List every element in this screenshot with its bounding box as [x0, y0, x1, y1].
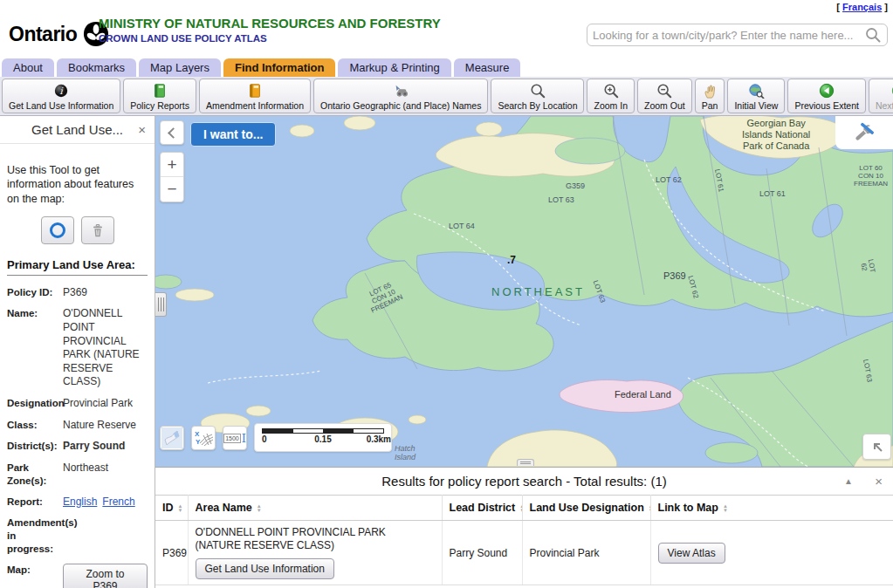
collapse-results-icon[interactable]: ▲	[844, 468, 853, 495]
column-area-name[interactable]: Area Name▲▼	[188, 496, 442, 521]
tab-markup-printing[interactable]: Markup & Printing	[338, 58, 450, 77]
column-lead-district[interactable]: Lead District▲▼	[442, 496, 522, 521]
northwest-arrow-button[interactable]	[862, 434, 891, 460]
get-land-use-information-button[interactable]: i Get Land Use Information	[2, 79, 120, 113]
tab-bookmarks[interactable]: Bookmarks	[57, 58, 136, 77]
map-zoom-in-button[interactable]: +	[161, 153, 183, 177]
land-use-fields: Policy ID:P369 Name:O'DONNELL POINT PROV…	[0, 286, 155, 588]
zoom-to-policy-button[interactable]: Zoom to P369	[63, 564, 148, 588]
tab-measure[interactable]: Measure	[454, 58, 521, 77]
place-search	[587, 24, 888, 46]
field-label: Class:	[7, 419, 63, 433]
map-scale-button[interactable]: 1500 I	[223, 426, 247, 450]
button-label: Zoom Out	[644, 100, 685, 111]
field-label: Map:	[7, 564, 63, 588]
view-atlas-button[interactable]: View Atlas	[658, 543, 725, 564]
field-value	[63, 516, 148, 556]
field-class: Class:Nature Reserve	[7, 419, 148, 433]
magnifier-icon	[530, 82, 546, 99]
cell-lead-district: Parry Sound	[442, 521, 522, 585]
i-want-to-button[interactable]: I want to...	[190, 122, 276, 147]
sidebar-collapse-handle[interactable]	[155, 292, 167, 317]
initial-view-button[interactable]: Initial View	[727, 79, 785, 113]
field-label: Name:	[7, 307, 63, 389]
field-value: Provincial Park	[63, 397, 148, 411]
panel-title: Get Land Use...	[31, 122, 123, 137]
xy-grid-icon: XY	[193, 427, 214, 448]
field-value: Northeast	[63, 462, 148, 488]
button-label: Pan	[702, 100, 718, 111]
field-label: Report:	[7, 496, 63, 509]
field-value: P369	[63, 286, 148, 300]
field-policy-id: Policy ID:P369	[7, 286, 148, 300]
collapse-panel-button[interactable]	[160, 120, 184, 145]
previous-extent-button[interactable]: Previous Extent	[787, 79, 866, 113]
federal-land-island	[560, 380, 683, 413]
overview-map-icon	[161, 427, 182, 448]
grip-icon	[158, 297, 164, 311]
map-zoom-out-button[interactable]: −	[161, 177, 183, 202]
magnifier-plus-icon	[603, 82, 619, 99]
chevron-left-icon	[168, 127, 179, 139]
language-switch: [ Français ]	[836, 2, 888, 12]
tab-map-layers[interactable]: Map Layers	[139, 58, 221, 77]
app-titles: MINISTRY OF NATURAL RESOURCES AND FOREST…	[99, 16, 441, 44]
cell-link-to-map: View Atlas	[650, 521, 893, 585]
results-drag-handle[interactable]	[517, 459, 534, 466]
zoom-in-button[interactable]: Zoom In	[587, 79, 635, 113]
map-canvas[interactable]: Georgian Bay Islands National Park of Ca…	[155, 116, 893, 467]
magnifier-minus-icon	[656, 82, 672, 99]
policy-reports-button[interactable]: Policy Reports	[123, 79, 196, 113]
app-header: [ Français ] Ontario MINISTRY OF NATURAL…	[0, 0, 893, 58]
bracket: ]	[882, 2, 888, 12]
close-results-icon[interactable]: ×	[875, 468, 883, 495]
button-label: Zoom In	[594, 100, 628, 111]
circle-select-button[interactable]	[41, 216, 74, 244]
xy-coordinates-button[interactable]: XY	[191, 426, 216, 450]
search-icon[interactable]	[864, 26, 882, 44]
field-value: Nature Reserve	[63, 419, 148, 433]
tab-about[interactable]: About	[2, 58, 54, 77]
report-french-link[interactable]: French	[102, 496, 134, 508]
amendment-information-button[interactable]: Amendment Information	[199, 79, 311, 113]
map-tools-button[interactable]	[835, 116, 893, 149]
francais-link[interactable]: Français	[842, 2, 882, 12]
button-label: Previous Extent	[794, 100, 859, 111]
scale-end: 0.3km	[367, 434, 391, 444]
next-extent-button[interactable]: Next Extent	[869, 79, 893, 113]
wrench-screwdriver-icon	[853, 122, 876, 143]
ontario-logo: Ontario	[9, 21, 110, 47]
atlas-subtitle: CROWN LAND USE POLICY ATLAS	[99, 33, 441, 44]
column-id[interactable]: ID▲▼	[155, 496, 188, 521]
column-land-use-designation[interactable]: Land Use Designation▲▼	[522, 496, 650, 521]
trash-icon	[90, 222, 106, 238]
field-map: Map:Zoom to P369	[7, 564, 148, 588]
search-by-location-button[interactable]: Search By Location	[491, 79, 584, 113]
field-district: District(s):Parry Sound	[7, 440, 148, 454]
results-table: ID▲▼ Area Name▲▼ Lead District▲▼ Land Us…	[155, 495, 893, 585]
report-english-link[interactable]: English	[63, 496, 97, 508]
zoom-out-button[interactable]: Zoom Out	[637, 79, 692, 113]
results-header-row: ID▲▼ Area Name▲▼ Lead District▲▼ Land Us…	[155, 496, 893, 521]
search-input[interactable]	[593, 29, 864, 42]
clear-results-button[interactable]	[81, 216, 114, 244]
get-land-use-information-row-button[interactable]: Get Land Use Information	[196, 558, 334, 579]
column-link-to-map[interactable]: Link to Map▲▼	[650, 496, 893, 521]
primary-land-use-heading: Primary Land Use Area:	[0, 258, 155, 271]
pan-button[interactable]: Pan	[695, 79, 725, 113]
button-label: Initial View	[734, 100, 778, 111]
sort-icon: ▲▼	[723, 504, 728, 513]
field-report: Report:EnglishFrench	[7, 496, 148, 509]
sort-icon: ▲▼	[257, 504, 262, 513]
panel-tools	[0, 216, 155, 244]
green-left-arrow-icon	[819, 82, 835, 99]
overview-map-button[interactable]	[160, 426, 184, 450]
svg-text:Y: Y	[196, 438, 201, 446]
cell-area-name: O'DONNELL POINT PROVINCIAL PARK (NATURE …	[188, 521, 442, 585]
cell-id: P369	[155, 521, 188, 585]
tab-find-information[interactable]: Find Information	[223, 58, 336, 77]
field-label: Park Zone(s):	[7, 462, 63, 488]
map-zoom-control: + −	[160, 152, 184, 202]
close-icon[interactable]: ×	[138, 116, 146, 144]
ontario-geographic-names-button[interactable]: Ontario Geographic (and Place) Names	[313, 79, 488, 113]
